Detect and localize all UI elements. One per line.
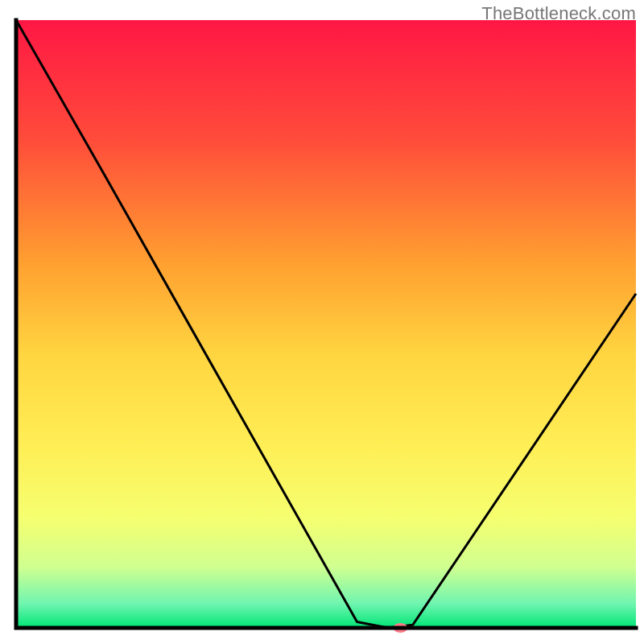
gradient-background xyxy=(16,20,636,628)
bottleneck-chart xyxy=(0,0,644,644)
watermark-text: TheBottleneck.com xyxy=(481,3,636,24)
chart-container: TheBottleneck.com xyxy=(0,0,644,644)
